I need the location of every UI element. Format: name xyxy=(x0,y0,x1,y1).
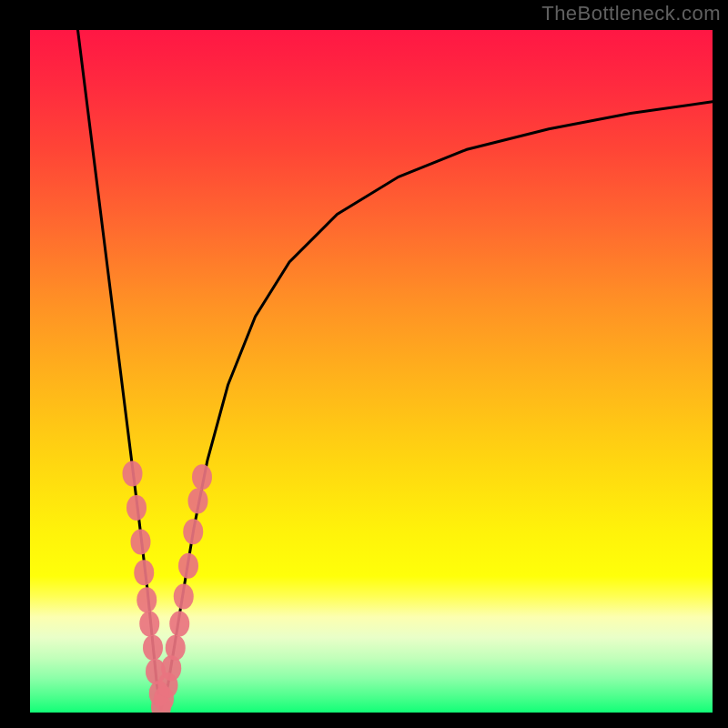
data-marker xyxy=(188,489,208,514)
data-marker xyxy=(126,495,147,521)
chart-frame: TheBottleneck.com xyxy=(0,0,728,728)
data-marker xyxy=(139,612,159,637)
plot-area xyxy=(30,30,713,713)
curve-layer xyxy=(30,30,713,713)
marker-group xyxy=(123,461,213,713)
data-marker xyxy=(143,635,163,661)
data-marker xyxy=(183,519,203,544)
data-marker xyxy=(131,530,151,555)
data-marker xyxy=(169,612,189,637)
data-marker xyxy=(178,553,198,579)
watermark-text: TheBottleneck.com xyxy=(541,2,721,25)
data-marker xyxy=(134,560,154,585)
bottleneck-curve-right-path xyxy=(161,102,713,710)
data-marker xyxy=(136,587,157,612)
data-marker xyxy=(192,464,212,490)
data-marker xyxy=(166,635,186,661)
data-marker xyxy=(123,461,143,487)
data-marker xyxy=(174,584,194,610)
